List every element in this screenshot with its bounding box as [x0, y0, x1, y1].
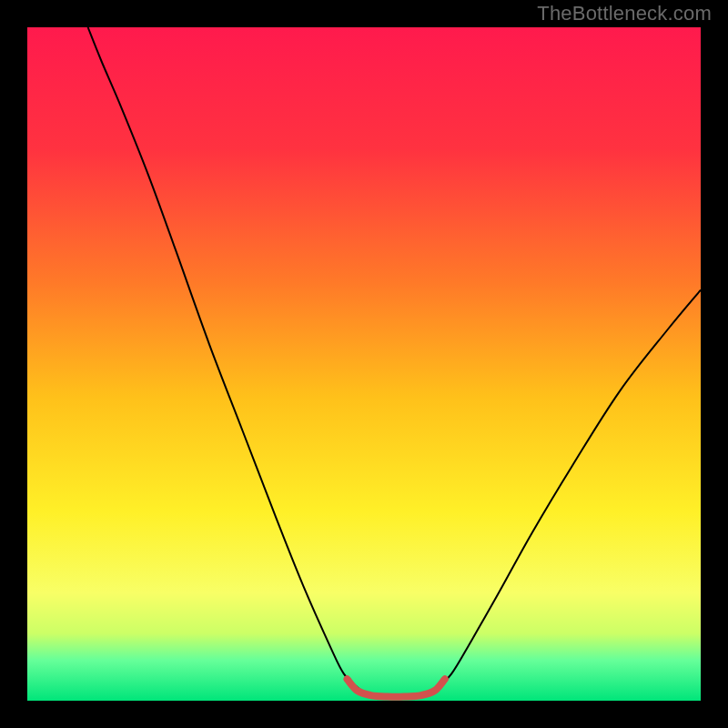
chart-svg [27, 27, 701, 701]
watermark-text: TheBottleneck.com [537, 2, 712, 25]
gradient-background [27, 27, 701, 701]
plot-area [27, 27, 701, 701]
chart-container: TheBottleneck.com [0, 0, 728, 728]
